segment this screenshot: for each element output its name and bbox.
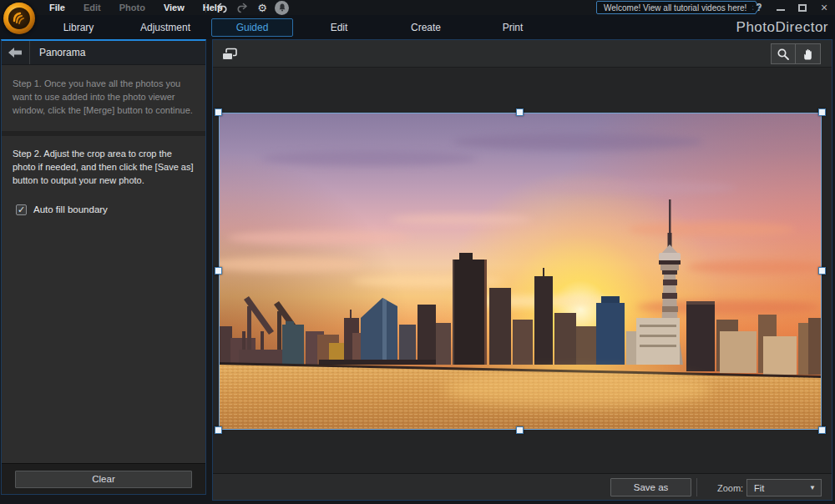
brand-wordmark: PhotoDirector: [736, 19, 828, 36]
tab-edit[interactable]: Edit: [296, 22, 382, 33]
settings-gear-icon[interactable]: ⚙: [255, 1, 270, 14]
zoom-tool-button[interactable]: [771, 43, 796, 64]
crop-handle-middle-left[interactable]: [215, 267, 222, 275]
magnifier-icon: [777, 48, 790, 61]
menu-view[interactable]: View: [156, 1, 192, 14]
tab-library[interactable]: Library: [35, 22, 122, 33]
viewer-panel: Save as Zoom: Fit ▼: [212, 39, 832, 501]
view-mode-button[interactable]: [220, 46, 240, 63]
save-as-button[interactable]: Save as: [610, 478, 691, 496]
viewer-toolbar: [213, 40, 832, 68]
auto-fill-label: Auto fill boundary: [33, 204, 108, 214]
close-button[interactable]: ×: [817, 1, 832, 14]
tab-guided[interactable]: Guided: [211, 18, 293, 37]
compare-view-icon: [221, 48, 238, 61]
crop-handle-top-right[interactable]: [818, 108, 826, 116]
photodirector-logo-icon: [3, 3, 35, 34]
notifications-bell-icon[interactable]: [275, 1, 289, 15]
zoom-dropdown[interactable]: Fit ▼: [746, 479, 822, 496]
photo-viewer-area[interactable]: [213, 68, 832, 473]
panorama-sidebar: Panorama Step 1. Once you have all the p…: [1, 39, 206, 495]
sidebar-header: Panorama: [2, 41, 205, 65]
zoom-value: Fit: [747, 483, 809, 493]
tab-print[interactable]: Print: [469, 22, 556, 33]
panel-title: Panorama: [30, 47, 85, 58]
crop-handle-top-left[interactable]: [215, 108, 222, 116]
auto-fill-checkbox[interactable]: ✓: [16, 204, 27, 215]
clear-button[interactable]: Clear: [15, 471, 192, 488]
menu-file[interactable]: File: [42, 1, 73, 14]
divider: [696, 478, 697, 496]
auto-fill-row: ✓ Auto fill boundary: [2, 196, 205, 215]
clear-row: Clear: [2, 463, 205, 494]
titlebar: File Edit Photo View Help ⚙ Welcome! Vie…: [0, 0, 835, 15]
crop-handle-bottom-right[interactable]: [818, 426, 826, 434]
panorama-scene: [219, 113, 822, 430]
menubar: File Edit Photo View Help: [42, 0, 230, 15]
divider: [205, 3, 206, 13]
back-button[interactable]: [2, 41, 30, 64]
step2-instructions: Step 2. Adjust the crop area to crop the…: [2, 136, 205, 196]
panorama-photo[interactable]: [219, 113, 822, 430]
back-arrow-icon: [8, 47, 23, 58]
menu-edit[interactable]: Edit: [76, 1, 109, 14]
crop-handle-bottom-center[interactable]: [516, 426, 524, 434]
menu-photo[interactable]: Photo: [112, 1, 153, 14]
welcome-tooltip-text: Welcome! View all tutorial videos here!: [597, 3, 746, 13]
maximize-button[interactable]: [795, 1, 810, 14]
help-button[interactable]: ?: [752, 1, 767, 14]
tab-create[interactable]: Create: [382, 22, 469, 33]
undo-icon[interactable]: [215, 1, 230, 14]
module-tabbar: Library Adjustment Guided Edit Create Pr…: [0, 15, 835, 39]
pan-tool-button[interactable]: [796, 43, 821, 64]
crop-handle-middle-right[interactable]: [818, 267, 826, 275]
tab-adjustment[interactable]: Adjustment: [122, 22, 209, 33]
crop-handle-top-center[interactable]: [516, 108, 524, 116]
crop-handle-bottom-left[interactable]: [215, 426, 222, 434]
welcome-tooltip: Welcome! View all tutorial videos here! …: [596, 1, 757, 14]
minimize-button[interactable]: [773, 1, 788, 14]
sidebar-body: Step 1. Once you have all the photos you…: [2, 66, 205, 463]
chevron-down-icon: ▼: [809, 484, 821, 491]
viewer-bottom-bar: Save as Zoom: Fit ▼: [213, 473, 832, 500]
viewer-tools: [771, 43, 821, 64]
zoom-label: Zoom:: [717, 483, 743, 493]
quick-icons: ⚙: [205, 0, 289, 15]
window-controls: ? ×: [752, 0, 832, 15]
redo-icon[interactable]: [235, 1, 250, 14]
hand-icon: [802, 48, 814, 61]
step1-instructions: Step 1. Once you have all the photos you…: [2, 66, 205, 136]
